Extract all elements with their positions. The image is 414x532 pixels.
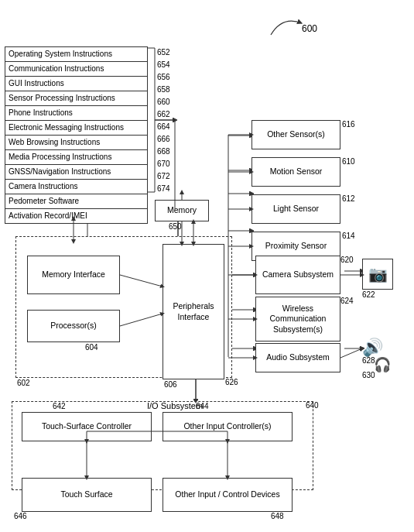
- ref-606: 606: [164, 380, 177, 389]
- ref-644: 644: [196, 402, 209, 410]
- memory-box: Memory: [155, 200, 209, 221]
- ref-648: 648: [271, 512, 284, 520]
- list-item: Camera Instructions: [5, 179, 148, 194]
- ref-640: 640: [306, 401, 319, 410]
- other-input-controller-box: Other Input Controller(s): [163, 412, 293, 441]
- ref-602: 602: [17, 379, 30, 387]
- ref-616: 616: [342, 120, 355, 129]
- io-subsystem-label: I/O Subsystem: [147, 401, 203, 410]
- ref-612: 612: [342, 194, 355, 203]
- list-item: GNSS/Navigation Instructions: [5, 164, 148, 180]
- ref-668: 668: [157, 147, 170, 156]
- ref-652: 652: [157, 48, 170, 57]
- ref-656: 656: [157, 73, 170, 81]
- list-item: Pedometer Software: [5, 194, 148, 209]
- camera-subsystem-box: Camera Subsystem: [255, 256, 340, 294]
- peripherals-interface-box: Peripherals Interface: [163, 244, 224, 379]
- wireless-comm-box: Wireless Communication Subsystem(s): [255, 297, 340, 342]
- headphone-icon: 🎧: [374, 356, 391, 373]
- ref-650: 650: [169, 222, 182, 231]
- ref-672: 672: [157, 172, 170, 180]
- ref-670: 670: [157, 160, 170, 168]
- ref-624: 624: [340, 297, 354, 305]
- ref-630: 630: [362, 371, 375, 379]
- ref-614: 614: [342, 232, 355, 240]
- list-item: Media Processing Instructions: [5, 149, 148, 165]
- ref-654: 654: [157, 60, 170, 69]
- ref-660: 660: [157, 98, 170, 106]
- list-item: Electronic Messaging Instructions: [5, 120, 148, 136]
- other-input-devices-box: Other Input / Control Devices: [163, 478, 293, 512]
- ref-658: 658: [157, 85, 170, 94]
- ref-626: 626: [225, 378, 238, 386]
- list-item: GUI Instructions: [5, 76, 148, 91]
- system-diagram: Operating System Instructions Communicat…: [0, 0, 414, 532]
- camera-icon-box: 📷: [362, 259, 393, 290]
- ref-620: 620: [340, 256, 354, 264]
- speaker-icon: 🔊: [362, 338, 383, 358]
- touch-surface-controller-box: Touch-Surface Controller: [22, 412, 152, 441]
- motion-sensor-box: Motion Sensor: [251, 157, 340, 187]
- touch-surface-box: Touch Surface: [22, 478, 152, 512]
- instruction-list: Operating System Instructions Communicat…: [5, 46, 148, 223]
- ref-604: 604: [85, 343, 98, 352]
- list-item: Web Browsing Instructions: [5, 135, 148, 150]
- ref-610: 610: [342, 157, 355, 166]
- processors-box: Processor(s): [27, 310, 120, 342]
- ref-666: 666: [157, 135, 170, 143]
- audio-subsystem-box: Audio Subsystem: [255, 343, 340, 372]
- ref-662: 662: [157, 110, 170, 118]
- light-sensor-box: Light Sensor: [251, 194, 340, 224]
- list-item: Operating System Instructions: [5, 46, 148, 62]
- list-item: Activation Record/IMEI: [5, 208, 148, 224]
- ref-674: 674: [157, 184, 170, 193]
- camera-icon: 📷: [368, 264, 388, 284]
- ref-664: 664: [157, 122, 170, 131]
- ref-646: 646: [14, 512, 27, 520]
- list-item: Phone Instructions: [5, 105, 148, 121]
- list-item: Communication Instructions: [5, 61, 148, 77]
- other-sensors-box: Other Sensor(s): [251, 120, 340, 149]
- memory-interface-box: Memory Interface: [27, 256, 120, 294]
- curved-arrow-600: [255, 8, 317, 46]
- svg-line-45: [340, 348, 362, 358]
- ref-642: 642: [53, 402, 66, 410]
- list-item: Sensor Processing Instructions: [5, 91, 148, 106]
- ref-622: 622: [362, 290, 375, 299]
